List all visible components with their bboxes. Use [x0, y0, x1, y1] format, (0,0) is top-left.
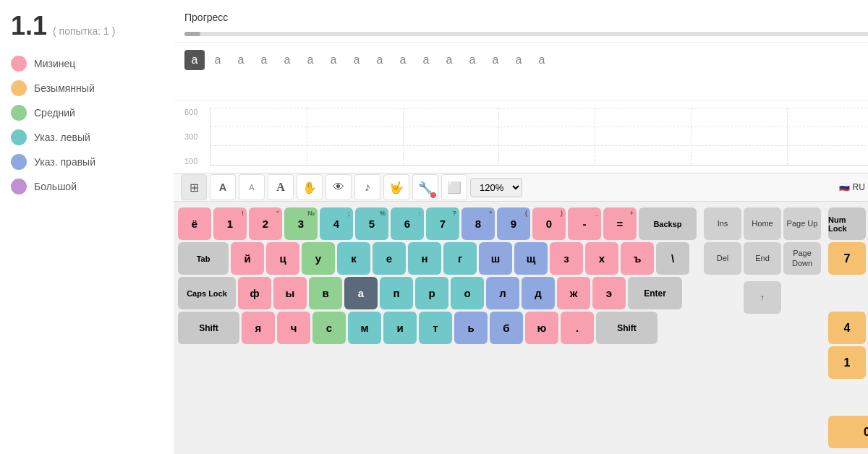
key-9[interactable]: (9 — [497, 207, 530, 240]
lang-code: RU — [853, 182, 865, 192]
key-eh[interactable]: э — [592, 277, 626, 309]
key-4[interactable]: ;4 — [320, 207, 353, 240]
toolbar-screen-btn[interactable]: ⬜ — [441, 174, 467, 200]
key-home[interactable]: Home — [744, 207, 781, 240]
key-tab[interactable]: Tab — [178, 242, 229, 275]
key-o[interactable]: о — [451, 277, 484, 309]
key-d[interactable]: д — [522, 277, 555, 309]
key-u[interactable]: у — [302, 242, 335, 275]
finger-item-index_right: Указ. правый — [11, 154, 163, 170]
chart-area: 600 300 100 — [174, 100, 868, 173]
key-ins[interactable]: Ins — [704, 207, 741, 240]
key-7[interactable]: ?7 — [426, 207, 459, 240]
key-ch[interactable]: ч — [277, 312, 310, 344]
key-a[interactable]: а — [344, 277, 378, 309]
key-k[interactable]: к — [337, 242, 370, 275]
key-p[interactable]: п — [380, 277, 413, 309]
key-f[interactable]: ф — [238, 277, 271, 309]
lang-display: 🇷🇺 RU [СТАНДАРТНАЯ] ▼ — [839, 182, 868, 192]
key-y[interactable]: ы — [273, 277, 307, 309]
key-backslash[interactable]: \ — [656, 242, 689, 275]
key-num7[interactable]: 7 — [828, 242, 866, 275]
key-up[interactable]: ↑ — [744, 281, 781, 314]
toolbar-ear-btn[interactable]: 🤟 — [383, 174, 409, 200]
key-b[interactable]: б — [490, 312, 523, 344]
key-l[interactable]: л — [486, 277, 519, 309]
nav-row-3: ↑ — [704, 281, 821, 314]
key-yo[interactable]: ё — [178, 207, 211, 240]
key-0[interactable]: )0 — [532, 207, 566, 240]
finger-item-ring: Безымянный — [11, 80, 163, 96]
key-ya[interactable]: я — [242, 312, 275, 344]
numpad-row-4: 0 . — [828, 416, 868, 448]
toolbar-eye-btn[interactable]: 👁 — [326, 174, 352, 200]
key-num1[interactable]: 1 — [828, 346, 866, 379]
char-1: а — [208, 50, 228, 70]
char-12: а — [462, 50, 482, 70]
char-9: а — [393, 50, 413, 70]
char-2: а — [231, 50, 251, 70]
key-i[interactable]: и — [383, 312, 417, 344]
key-j[interactable]: й — [231, 242, 264, 275]
key-num0[interactable]: 0 — [828, 416, 868, 448]
chart-label-300: 300 — [184, 132, 210, 141]
key-r[interactable]: р — [415, 277, 448, 309]
finger-item-middle: Средний — [11, 105, 163, 121]
toolbar-music-btn[interactable]: ♪ — [354, 174, 380, 200]
key-8[interactable]: *8 — [461, 207, 495, 240]
key-shift-right[interactable]: Shift — [596, 312, 658, 344]
key-6[interactable]: :6 — [391, 207, 424, 240]
toolbar-text-btn[interactable]: A — [268, 174, 294, 200]
attempt-label: ( попытка: 1 ) — [53, 25, 115, 37]
key-sh[interactable]: ш — [479, 242, 512, 275]
key-m[interactable]: м — [348, 312, 381, 344]
key-backspace[interactable]: Backsp — [639, 207, 697, 240]
key-caps-lock[interactable]: Caps Lock — [178, 277, 236, 309]
key-end[interactable]: End — [744, 242, 781, 275]
key-tvz[interactable]: ъ — [621, 242, 654, 275]
key-z[interactable]: з — [550, 242, 583, 275]
key-dot[interactable]: . — [561, 312, 594, 344]
toolbar-font-a-btn[interactable]: A — [210, 174, 236, 200]
key-n[interactable]: н — [408, 242, 441, 275]
key-s[interactable]: с — [312, 312, 346, 344]
key-2[interactable]: "2 — [249, 207, 282, 240]
progress-bar-bg — [184, 32, 868, 36]
key-e[interactable]: е — [373, 242, 406, 275]
key-3[interactable]: №3 — [284, 207, 318, 240]
bottom-row: Shift я ч с м и т ь б ю . Shift — [178, 312, 697, 344]
key-5[interactable]: %5 — [355, 207, 388, 240]
key-t[interactable]: т — [419, 312, 452, 344]
numpad-row-3: 1 2 3 Enter — [828, 346, 868, 414]
key-pageup[interactable]: Page Up — [783, 207, 821, 240]
key-num4[interactable]: 4 — [828, 312, 866, 344]
key-pagedown[interactable]: Page Down — [783, 242, 821, 275]
key-1[interactable]: !1 — [213, 207, 247, 240]
key-shch[interactable]: щ — [514, 242, 548, 275]
key-g[interactable]: г — [443, 242, 477, 275]
zoom-select[interactable]: 120% 100% 80% — [470, 178, 522, 197]
key-v[interactable]: в — [309, 277, 342, 309]
toolbar-font-a2-btn[interactable]: A — [239, 174, 265, 200]
char-14: а — [509, 50, 529, 70]
key-kh[interactable]: х — [585, 242, 618, 275]
char-5: а — [300, 50, 320, 70]
key-equals[interactable]: += — [603, 207, 637, 240]
key-c[interactable]: ц — [266, 242, 299, 275]
key-shift-left[interactable]: Shift — [178, 312, 239, 344]
key-soft[interactable]: ь — [454, 312, 488, 344]
toolbar-tool-btn[interactable]: 🔧 — [412, 174, 438, 200]
key-zh[interactable]: ж — [557, 277, 590, 309]
numpad-row-1: 7 8 9 + — [828, 242, 868, 309]
char-7: а — [346, 50, 367, 70]
toolbar-hand-btn[interactable]: ✋ — [297, 174, 323, 200]
key-yu[interactable]: ю — [525, 312, 558, 344]
key-numlock[interactable]: Num Lock — [828, 207, 866, 240]
key-del[interactable]: Del — [704, 242, 741, 275]
toolbar-grid-btn[interactable]: ⊞ — [181, 174, 207, 200]
key-enter[interactable]: Enter — [628, 277, 682, 309]
key-minus[interactable]: _- — [568, 207, 601, 240]
home-row: Caps Lock ф ы в а п р о л д ж э Enter — [178, 277, 697, 309]
numpad: Num Lock / * - 7 8 9 + 4 5 6 1 — [828, 207, 868, 448]
char-15: а — [532, 50, 552, 70]
